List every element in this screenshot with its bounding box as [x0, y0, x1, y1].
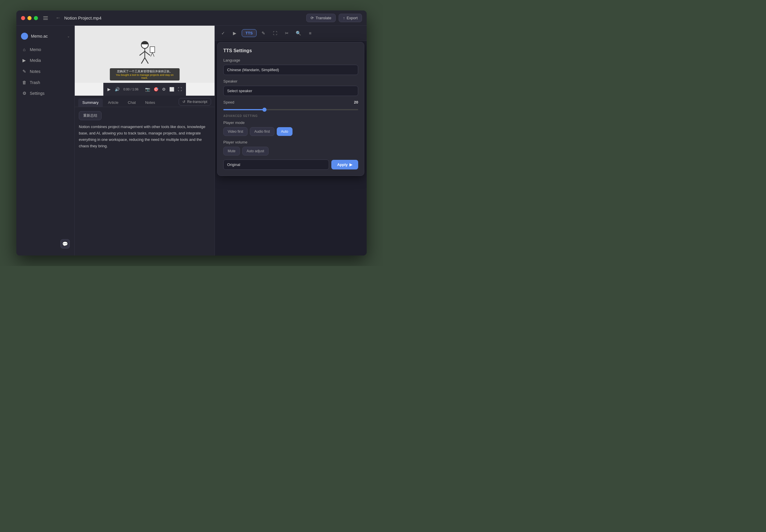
player-volume-label: Player volume: [223, 140, 358, 144]
svg-line-11: [152, 53, 154, 57]
tab-content-summary: 重新总结 Notion combines project management …: [75, 107, 215, 255]
video-first-btn[interactable]: Video first: [223, 127, 248, 136]
notes-icon: ✎: [22, 69, 27, 74]
original-select[interactable]: Original: [223, 160, 329, 170]
app-window: ← Notion Project.mp4 ⟳ Translate ↑ Expor…: [16, 11, 367, 255]
subtitle-english: You bought a tool to manage projects and…: [113, 73, 177, 79]
tabs-bar: Summary Article Chat Notes ↺ Re-transcri…: [75, 96, 215, 107]
effects-button[interactable]: 🎯: [153, 86, 159, 92]
auto-adjust-btn[interactable]: Auto adjust: [242, 147, 269, 155]
sidebar-item-trash[interactable]: 🗑 Trash: [19, 77, 72, 87]
speed-label: Speed: [223, 100, 235, 104]
title-bar: ← Notion Project.mp4 ⟳ Translate ↑ Expor…: [16, 11, 367, 26]
sidebar-item-notes[interactable]: ✎ Notes: [19, 66, 72, 77]
svg-rect-0: [43, 16, 48, 17]
minimize-button[interactable]: [27, 16, 31, 20]
translate-icon: ⟳: [311, 16, 314, 20]
language-select[interactable]: Chinese (Mandarin, Simplified): [223, 65, 358, 75]
media-icon: ▶: [22, 58, 27, 63]
tab-chat[interactable]: Chat: [124, 98, 140, 107]
svg-rect-2: [43, 19, 48, 20]
chevron-down-icon: ⌄: [67, 34, 70, 38]
speaker-label: Speaker: [223, 79, 358, 83]
title-actions: ⟳ Translate ↑ Export: [306, 14, 362, 22]
svg-line-8: [145, 58, 148, 64]
audio-first-btn[interactable]: Audio first: [250, 127, 274, 136]
gear-icon-btn[interactable]: ⚙: [161, 86, 166, 92]
control-icons: 📷 🎯 ⚙ ⬜ ⛶: [144, 86, 182, 92]
chat-button[interactable]: 💬: [60, 239, 70, 249]
close-button[interactable]: [21, 16, 25, 20]
retranscript-button[interactable]: ↺ Re-transcript: [179, 98, 211, 106]
resummary-button[interactable]: 重新总结: [79, 111, 101, 120]
video-controls: ▶ 🔊 0:00 / 1:06 📷: [103, 83, 185, 96]
check-button[interactable]: ✓: [218, 29, 228, 38]
time-display: 0:00 / 1:06: [123, 87, 138, 91]
tts-settings-title: TTS Settings: [223, 48, 358, 53]
translate-button[interactable]: ⟳ Translate: [306, 14, 336, 22]
subtitle-box: 您购买了一个工具来管理项目并保持正轨。 You bought a tool to…: [110, 68, 180, 81]
sidebar-toggle-button[interactable]: [41, 14, 50, 22]
volume-buttons: Mute Auto adjust: [223, 147, 358, 155]
language-label: Language: [223, 58, 358, 62]
volume-button[interactable]: 🔊: [114, 86, 120, 92]
main-layout: Memo.ac ⌄ ⌂ Memo ▶ Media ✎ Notes 🗑: [16, 26, 367, 255]
sidebar-item-label: Settings: [30, 91, 45, 96]
speed-slider[interactable]: [223, 109, 358, 110]
sidebar-bottom: 💬: [16, 239, 74, 251]
traffic-lights: [21, 16, 38, 20]
top-panel: 您购买了一个工具来管理项目并保持正轨。 You bought a tool to…: [75, 26, 367, 255]
sidebar-nav: ⌂ Memo ▶ Media ✎ Notes 🗑 Trash ⚙ Sett: [16, 44, 74, 99]
edit-icon-btn[interactable]: ✎: [259, 29, 268, 38]
tab-summary[interactable]: Summary: [78, 98, 103, 107]
tab-notes[interactable]: Notes: [141, 98, 159, 107]
player-mode-buttons: Video first Audio first Auto: [223, 127, 358, 136]
search-icon-btn[interactable]: 🔍: [294, 29, 303, 38]
svg-line-6: [145, 51, 150, 55]
fullscreen-button[interactable]: ⛶: [177, 86, 182, 92]
svg-rect-9: [150, 47, 155, 53]
sidebar-item-label: Trash: [30, 80, 40, 85]
mute-btn[interactable]: Mute: [223, 147, 240, 155]
summary-text: Notion combines project management with …: [79, 124, 211, 149]
speed-value: 20: [354, 100, 358, 104]
apply-button[interactable]: Apply ▶: [331, 160, 358, 169]
bottom-row: Original Apply ▶: [223, 160, 358, 170]
content-area: 您购买了一个工具来管理项目并保持正轨。 You bought a tool to…: [75, 26, 367, 255]
player-mode-label: Player mode: [223, 120, 358, 125]
subtitle-chinese: 您购买了一个工具来管理项目并保持正轨。: [113, 69, 177, 73]
caption-button[interactable]: ⬜: [169, 86, 175, 92]
tts-settings-panel: TTS Settings Language Chinese (Mandarin,…: [217, 42, 364, 176]
sidebar-item-label: Media: [30, 58, 41, 63]
sidebar-item-label: Memo: [30, 47, 41, 52]
advanced-setting-label: ADVANCED SETTING: [223, 114, 358, 118]
screenshot-button[interactable]: 📷: [144, 86, 151, 92]
play-icon-btn[interactable]: ▶: [230, 29, 240, 38]
svg-line-7: [141, 58, 145, 64]
export-button[interactable]: ↑ Export: [339, 14, 362, 22]
svg-line-5: [139, 51, 145, 55]
video-thumbnail: [133, 40, 156, 69]
play-icon: ▶: [349, 162, 352, 167]
speaker-select[interactable]: Select speaker: [223, 86, 358, 96]
transcript-toolbar: ✓ ▶ TTS ✎ ⛶ ✂ 🔍 ≡: [215, 26, 367, 41]
window-title: Notion Project.mp4: [64, 15, 303, 20]
video-content: 您购买了一个工具来管理项目并保持正轨。 You bought a tool to…: [75, 26, 215, 83]
video-section: 您购买了一个工具来管理项目并保持正轨。 You bought a tool to…: [75, 26, 215, 255]
tab-article[interactable]: Article: [104, 98, 123, 107]
transcript-section: ✓ ▶ TTS ✎ ⛶ ✂ 🔍 ≡ TTS Settings Language: [215, 26, 367, 255]
sidebar-item-settings[interactable]: ⚙ Settings: [19, 88, 72, 99]
maximize-button[interactable]: [34, 16, 38, 20]
expand-icon-btn[interactable]: ⛶: [271, 29, 280, 38]
auto-btn[interactable]: Auto: [277, 127, 293, 136]
menu-icon-btn[interactable]: ≡: [306, 29, 315, 38]
sidebar-item-media[interactable]: ▶ Media: [19, 55, 72, 66]
sidebar-item-memo[interactable]: ⌂ Memo: [19, 44, 72, 55]
scissors-icon-btn[interactable]: ✂: [282, 29, 292, 38]
tts-button[interactable]: TTS: [242, 29, 257, 37]
sidebar-user[interactable]: Memo.ac ⌄: [16, 30, 74, 44]
back-button[interactable]: ←: [55, 15, 61, 21]
refresh-icon: ↺: [182, 100, 185, 104]
play-button[interactable]: ▶: [107, 86, 111, 92]
sidebar: Memo.ac ⌄ ⌂ Memo ▶ Media ✎ Notes 🗑: [16, 26, 75, 255]
